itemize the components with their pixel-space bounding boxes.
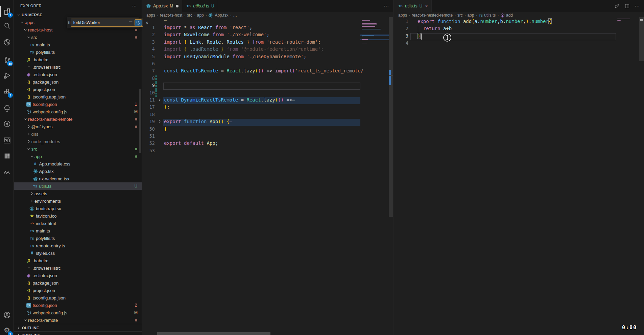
tree-file-tsconfig-json[interactable]: TStsconfig.json2 xyxy=(14,302,142,309)
tree-file-app-module-css[interactable]: #App.module.css xyxy=(14,160,142,168)
code-line: 2import NxWelcome from './nx-welcome'; xyxy=(142,32,393,39)
compare-icon[interactable] xyxy=(614,3,620,9)
tree-file-main-ts[interactable]: TSmain.ts xyxy=(14,41,142,48)
vertical-scrollbar[interactable] xyxy=(389,12,393,335)
search-icon[interactable] xyxy=(0,19,14,32)
close-icon[interactable]: × xyxy=(425,3,428,9)
vertical-scrollbar[interactable] xyxy=(639,12,644,335)
tree-item-label: project.json xyxy=(33,288,142,293)
breadcrumb-item[interactable]: … xyxy=(233,13,237,18)
extensions-icon[interactable]: 3 xyxy=(0,85,14,98)
fold-chevron-icon[interactable] xyxy=(158,98,162,103)
tree-file--browserslistrc[interactable]: ≡.browserslistrc xyxy=(14,63,142,71)
tab-app-tsx[interactable]: App.tsxM xyxy=(142,0,182,12)
breadcrumb-item[interactable]: react-ts-nested-remote xyxy=(412,13,453,18)
breadcrumb-item[interactable]: app xyxy=(467,13,474,18)
line-number: 1 xyxy=(394,19,408,24)
tree-file-project-json[interactable]: {}project.json xyxy=(14,287,142,294)
tree-folder-app[interactable]: app xyxy=(14,153,142,160)
breadcrumb-item[interactable]: App.tsx xyxy=(208,13,228,18)
horizontal-scrollbar[interactable] xyxy=(157,332,270,335)
source-control-icon[interactable]: 38 xyxy=(0,53,14,67)
code-editor[interactable]: 1export function add(a:number,b:number,)… xyxy=(394,19,644,335)
explorer-icon[interactable]: 1 xyxy=(0,5,14,18)
tree-file-favicon-ico[interactable]: ★favicon.ico xyxy=(14,212,142,220)
find-widget-grip[interactable]: ⠿ xyxy=(68,20,71,25)
more-icon[interactable]: ⋯ xyxy=(384,3,389,9)
section-label: OUTLINE xyxy=(22,326,39,330)
grid-icon[interactable] xyxy=(0,149,14,163)
fold-chevron-icon[interactable] xyxy=(158,119,162,125)
more-icon[interactable]: ⋯ xyxy=(635,3,640,9)
tree-check-icon[interactable] xyxy=(0,102,14,115)
breadcrumb-item[interactable]: TSutils.ts xyxy=(479,13,496,18)
tree-file-webpack-config-js[interactable]: webpack.config.jsM xyxy=(14,309,142,316)
find-close-icon[interactable]: × xyxy=(144,20,150,25)
fuzzy-search-toggle[interactable] xyxy=(135,19,142,26)
code-editor[interactable]: ⋯1import * as React from 'react';2import… xyxy=(142,19,393,335)
tree-file-tsconfig-app-json[interactable]: {}tsconfig.app.json xyxy=(14,294,142,302)
breadcrumb-item[interactable]: apps xyxy=(146,13,155,18)
breadcrumb-item[interactable]: src xyxy=(457,13,463,18)
line-number: 2 xyxy=(142,32,155,37)
circle-commit-icon[interactable] xyxy=(0,117,14,131)
tree-file-project-json[interactable]: {}project.json xyxy=(14,86,142,93)
nx-console-icon[interactable] xyxy=(0,134,14,147)
breadcrumb-item[interactable]: apps xyxy=(398,13,407,18)
breadcrumb-item[interactable]: app xyxy=(197,13,204,18)
code-line: 3import { Link, Route, Routes } from 're… xyxy=(142,39,393,46)
git-decoration-badge: M xyxy=(134,310,138,315)
tree-find-input[interactable] xyxy=(73,20,128,25)
tree-folder-node-modules[interactable]: node_modules xyxy=(14,138,142,145)
tree-file--browserslistrc[interactable]: ≡.browserslistrc xyxy=(14,264,142,272)
tree-file--babelrc[interactable]: β.babelrc xyxy=(14,56,142,63)
breadcrumb-item[interactable]: add xyxy=(500,13,513,18)
tree-file-polyfills-ts[interactable]: TSpolyfills.ts xyxy=(14,48,142,56)
tree-file--eslintrc-json[interactable]: ◉.eslintrc.json xyxy=(14,272,142,279)
tree-item-label: polyfills.ts xyxy=(36,50,142,55)
tree-file-tsconfig-json[interactable]: TStsconfig.json1 xyxy=(14,100,142,108)
split-icon[interactable] xyxy=(624,3,630,9)
tree-folder-src[interactable]: src xyxy=(14,145,142,153)
tree-folder-react-ts-remote[interactable]: react-ts-remote xyxy=(14,316,142,324)
tree-folder-src[interactable]: src xyxy=(14,34,142,41)
tree-file-webpack-config-js[interactable]: webpack.config.jsM xyxy=(14,108,142,115)
sidebar-more-actions-icon[interactable]: ⋯ xyxy=(132,3,137,8)
breadcrumb-item[interactable]: src xyxy=(187,13,192,18)
timeline-section-header[interactable]: TIMELINE xyxy=(14,331,142,335)
tree-file-index-html[interactable]: <>index.html xyxy=(14,220,142,227)
settings-gear-icon[interactable]: ⚙1 xyxy=(0,323,14,335)
tree-file-polyfills-ts[interactable]: TSpolyfills.ts xyxy=(14,234,142,242)
sidebar-scrollbar[interactable] xyxy=(139,89,141,153)
tree-file-remote-entry-ts[interactable]: TSremote-entry.ts xyxy=(14,242,142,249)
file-type-icon xyxy=(32,169,38,174)
tree-file-bootstrap-tsx[interactable]: bootstrap.tsx xyxy=(14,205,142,212)
minimap[interactable] xyxy=(616,12,639,335)
account-icon[interactable] xyxy=(0,308,14,322)
circle-branch-at-icon[interactable] xyxy=(0,36,14,49)
tree-file-nx-welcome-tsx[interactable]: nx-welcome.tsx xyxy=(14,175,142,182)
tree-file-app-tsx[interactable]: App.tsx xyxy=(14,168,142,175)
tree-file-utils-ts[interactable]: TSutils.tsU xyxy=(14,182,142,190)
outline-section-header[interactable]: OUTLINE xyxy=(14,324,142,331)
tree-folder-assets[interactable]: assets xyxy=(14,190,142,197)
run-debug-icon[interactable] xyxy=(0,69,14,82)
tree-file-main-ts[interactable]: TSmain.ts xyxy=(14,227,142,234)
tree-folder-environments[interactable]: environments xyxy=(14,197,142,205)
tree-folder-dist[interactable]: dist xyxy=(14,130,142,138)
wave-icon[interactable] xyxy=(0,166,14,179)
breadcrumb-item[interactable]: react-ts-host xyxy=(160,13,183,18)
tree-file--babelrc[interactable]: β.babelrc xyxy=(14,257,142,264)
tree-file-styles-css[interactable]: #styles.css xyxy=(14,249,142,257)
tree-folder--mf-types[interactable]: @mf-types xyxy=(14,123,142,130)
tree-file-package-json[interactable]: {}package.json xyxy=(14,78,142,86)
tree-file--eslintrc-json[interactable]: ◉.eslintrc.json xyxy=(14,71,142,78)
tree-folder-react-ts-nested-remote[interactable]: react-ts-nested-remote xyxy=(14,115,142,123)
filter-icon[interactable] xyxy=(128,21,134,25)
tree-file-tsconfig-app-json[interactable]: {}tsconfig.app.json xyxy=(14,93,142,100)
tab-utils-d-ts[interactable]: TSutils.d.tsU xyxy=(182,0,218,12)
tab-utils-ts[interactable]: TSutils.tsU× xyxy=(394,0,432,12)
minimap[interactable] xyxy=(360,12,389,335)
tree-file-package-json[interactable]: {}package.json xyxy=(14,279,142,287)
dirty-indicator[interactable] xyxy=(176,5,178,7)
